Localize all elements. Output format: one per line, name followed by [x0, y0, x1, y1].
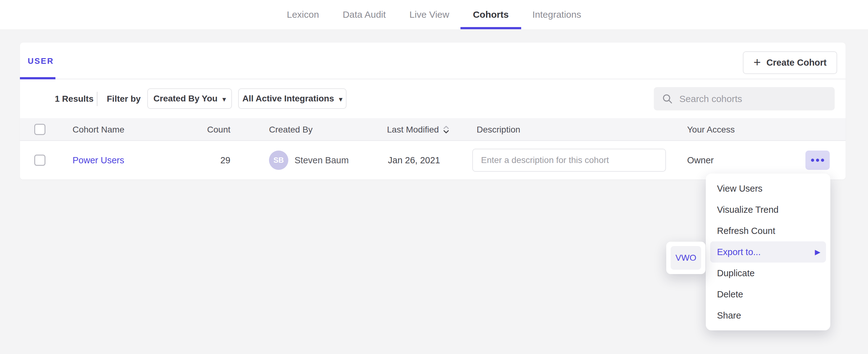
user-tab-underline	[20, 77, 55, 79]
menu-item-visualize-trend[interactable]: Visualize Trend	[706, 199, 830, 220]
integrations-filter-value: All Active Integrations	[242, 94, 334, 104]
more-options-icon	[821, 159, 824, 162]
menu-item-delete[interactable]: Delete	[706, 284, 830, 305]
caret-down-icon: ▾	[339, 96, 342, 103]
active-nav-underline	[461, 27, 521, 29]
row-actions-button[interactable]	[805, 151, 830, 170]
column-description: Description	[477, 118, 520, 141]
create-cohort-button[interactable]: + Create Cohort	[743, 51, 837, 74]
nav-tab-live-view[interactable]: Live View	[409, 0, 449, 29]
nav-tab-cohorts[interactable]: Cohorts	[473, 0, 509, 29]
nav-tab-integrations[interactable]: Integrations	[532, 0, 581, 29]
select-all-checkbox[interactable]	[34, 124, 45, 135]
cohort-name-link[interactable]: Power Users	[72, 141, 124, 180]
cohort-count: 29	[168, 141, 230, 180]
create-cohort-label: Create Cohort	[767, 58, 827, 68]
plus-icon: +	[753, 56, 761, 68]
search-icon	[662, 93, 673, 104]
menu-item-export-to[interactable]: Export to... ▶	[710, 242, 826, 262]
search-cohorts-box	[654, 87, 835, 110]
created-by-name: Steven Baum	[294, 141, 349, 180]
created-by-filter-value: Created By You	[154, 94, 218, 104]
nav-tab-lexicon[interactable]: Lexicon	[287, 0, 319, 29]
column-cohort-name: Cohort Name	[72, 118, 125, 141]
caret-down-icon: ▾	[223, 96, 226, 103]
panel-header: USER + Create Cohort	[20, 43, 845, 79]
cohorts-panel: USER + Create Cohort 1 Results Filter by…	[20, 43, 845, 180]
menu-item-share[interactable]: Share	[706, 305, 830, 326]
submenu-arrow-icon: ▶	[815, 248, 820, 256]
created-by-filter-dropdown[interactable]: Created By You ▾	[147, 88, 232, 109]
divider	[97, 92, 97, 106]
column-last-modified: Last Modified	[387, 118, 450, 141]
tab-user[interactable]: USER	[28, 43, 54, 79]
results-count: 1 Results	[55, 79, 94, 118]
menu-item-duplicate[interactable]: Duplicate	[706, 262, 830, 284]
avatar: SB	[269, 151, 288, 170]
top-nav: Lexicon Data Audit Live View Cohorts Int…	[0, 0, 868, 29]
column-count: Count	[168, 118, 230, 141]
search-cohorts-input[interactable]	[679, 94, 827, 104]
integrations-filter-dropdown[interactable]: All Active Integrations ▾	[238, 88, 346, 109]
last-modified-date: Jan 26, 2021	[388, 141, 440, 180]
column-created-by: Created By	[269, 118, 313, 141]
column-your-access: Your Access	[687, 118, 735, 141]
table-header: Cohort Name Count Created By Last Modifi…	[20, 118, 845, 141]
export-submenu: VWO	[666, 242, 706, 274]
nav-tab-data-audit[interactable]: Data Audit	[343, 0, 386, 29]
cohort-description-input[interactable]	[472, 149, 666, 172]
more-options-icon	[811, 159, 814, 162]
menu-item-view-users[interactable]: View Users	[706, 178, 830, 199]
filter-row: 1 Results Filter by Created By You ▾ All…	[20, 79, 845, 118]
submenu-item-vwo[interactable]: VWO	[671, 246, 701, 270]
menu-item-refresh-count[interactable]: Refresh Count	[706, 220, 830, 242]
more-options-icon	[816, 159, 819, 162]
sort-icon[interactable]	[443, 125, 450, 134]
filter-by-label: Filter by	[107, 79, 141, 118]
row-actions-menu: View Users Visualize Trend Refresh Count…	[706, 173, 830, 330]
export-to-label: Export to...	[717, 247, 761, 257]
row-checkbox[interactable]	[34, 155, 45, 166]
